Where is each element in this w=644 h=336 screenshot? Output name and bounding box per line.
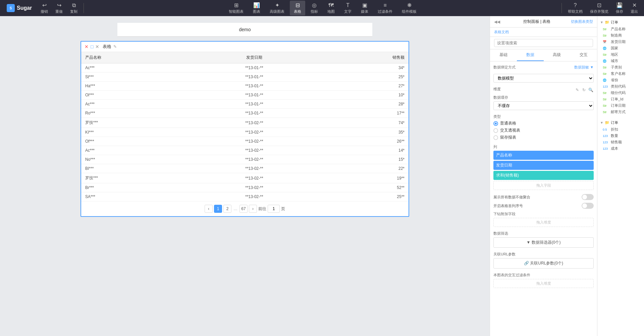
settings-search-input[interactable] bbox=[494, 39, 593, 47]
cell-sales: 25* bbox=[315, 73, 409, 82]
data-filter-button[interactable]: ▼ 数据筛选器(0个) bbox=[493, 237, 594, 248]
edit-dimension-icon[interactable]: ✎ bbox=[574, 87, 580, 93]
row-number-row: 开启表格首列序号 bbox=[493, 203, 594, 209]
type-normal[interactable]: 普通表格 bbox=[493, 121, 594, 126]
dim-province[interactable]: 🌐省份 bbox=[597, 77, 644, 83]
show-all-toggle[interactable] bbox=[582, 194, 594, 200]
help-button[interactable]: ? 帮助文档 bbox=[565, 1, 586, 15]
media-button[interactable]: ▣ 媒体 bbox=[357, 1, 372, 15]
refresh-dimension-icon[interactable]: ↻ bbox=[581, 87, 587, 93]
exit-button[interactable]: ✕ 退出 bbox=[627, 1, 641, 15]
component-button[interactable]: ❋ 组件模板 bbox=[398, 1, 421, 15]
data-cache-select[interactable]: 不缓存 bbox=[493, 101, 594, 110]
text-button[interactable]: T 文字 bbox=[340, 1, 356, 15]
copy-button[interactable]: ⧉ 复制 bbox=[67, 1, 81, 15]
table-doc-link[interactable]: 表格文档 bbox=[494, 30, 509, 34]
page-input[interactable] bbox=[268, 205, 280, 213]
page-prev-button[interactable]: ‹ bbox=[205, 205, 213, 213]
cell-product: Ac*** bbox=[81, 100, 194, 109]
url-params-section: 关联URL参数 🔗 关联URL参数(0个) bbox=[493, 252, 594, 269]
type-radio-group: 普通表格 交叉透视表 留存报表 bbox=[493, 121, 594, 140]
dim-mea-header: ▼ 📁 订单 bbox=[597, 119, 644, 126]
dim-sales[interactable]: 123销售额 bbox=[597, 139, 644, 145]
undo-button[interactable]: ↩ 撤销 bbox=[37, 1, 51, 15]
redo-button[interactable]: ↪ 重做 bbox=[52, 1, 66, 15]
right-panel-header: ◀◀ 控制面板 | 表格 切换图表类型 bbox=[490, 16, 597, 28]
preview-button[interactable]: ⊡ 保存并预览 bbox=[587, 1, 612, 15]
page-2-button[interactable]: 2 bbox=[223, 205, 231, 213]
data-binding-select[interactable]: 数据模型 bbox=[493, 74, 594, 83]
columns-label: 列 bbox=[493, 144, 594, 149]
page-next-button[interactable]: › bbox=[249, 205, 257, 213]
switch-chart-link[interactable]: 切换图表类型 bbox=[571, 19, 593, 24]
dim-discount[interactable]: 0.5折扣 bbox=[597, 126, 644, 133]
widget-header: ✕ □ ✕ 表格 ✎ bbox=[81, 42, 409, 52]
chart-button[interactable]: 📊 图表 bbox=[249, 1, 264, 15]
widget-copy-icon[interactable]: □ bbox=[91, 44, 93, 49]
cell-sales: 14* bbox=[315, 146, 409, 155]
advanced-chart-button[interactable]: ✦ 高级图表 bbox=[266, 1, 288, 15]
pagination: ‹ 1 2 … 67 › 前往 页 bbox=[81, 201, 409, 216]
tab-advanced[interactable]: 高级 bbox=[544, 49, 571, 61]
interaction-filter-section: 本图表的交互过滤条件 拖入维度 bbox=[493, 273, 594, 288]
page-67-button[interactable]: 67 bbox=[239, 205, 248, 213]
dim-customer-name[interactable]: Str客户名称 bbox=[597, 70, 644, 77]
cell-product: Ac*** bbox=[81, 146, 194, 155]
type-retention[interactable]: 留存报表 bbox=[493, 135, 594, 140]
dim-folder-icon: 📁 bbox=[605, 20, 609, 25]
table-row: Br*** **13-02-** 52** bbox=[81, 183, 409, 192]
smart-table-button[interactable]: ⊞ 智能图表 bbox=[225, 1, 248, 15]
row-number-toggle[interactable] bbox=[582, 203, 594, 209]
main-content: demo ✕ □ ✕ 表格 ✎ 产品名称 发货日期 销售额 Ac* bbox=[0, 16, 644, 336]
dim-product-name[interactable]: Str产品名称 bbox=[597, 26, 644, 32]
app-logo: S Sugar bbox=[3, 4, 36, 12]
dim-cost[interactable]: 123成本 bbox=[597, 145, 644, 152]
dim-region[interactable]: Str地区 bbox=[597, 51, 644, 58]
filter-button[interactable]: ≡ 过滤条件 bbox=[374, 1, 396, 15]
dim-category-code[interactable]: 123类别代码 bbox=[597, 83, 644, 90]
dim-segment-code[interactable]: Str细分代码 bbox=[597, 90, 644, 96]
cell-date: **13-01-** bbox=[194, 100, 315, 109]
dim-manufacturer[interactable]: Str制造商 bbox=[597, 32, 644, 39]
table-row: BI*** **13-02-** 22* bbox=[81, 164, 409, 173]
col-item-product[interactable]: 产品名称 bbox=[493, 151, 594, 160]
type-pivot[interactable]: 交叉透视表 bbox=[493, 128, 594, 133]
dim-subcategory[interactable]: Str子类别 bbox=[597, 64, 644, 70]
table-row: Of*** **13-02-** 26** bbox=[81, 137, 409, 146]
data-binding-row: 数据绑定方式 数据脱敏 ▼ bbox=[493, 65, 594, 71]
indicator-button[interactable]: ◎ 指标 bbox=[307, 1, 322, 15]
widget-settings-icon[interactable]: ✕ bbox=[95, 44, 99, 49]
dim-order-date[interactable]: Str订单日期 bbox=[597, 102, 644, 109]
cell-date: **13-02-** bbox=[194, 164, 315, 173]
table-button[interactable]: ⊟ 表格 bbox=[290, 1, 305, 15]
page-1-button[interactable]: 1 bbox=[214, 205, 222, 213]
right-actions: ? 帮助文档 ⊡ 保存并预览 💾 保存 ✕ 退出 bbox=[565, 1, 641, 15]
save-button[interactable]: 💾 保存 bbox=[612, 1, 627, 15]
map-button[interactable]: 🗺 地图 bbox=[323, 1, 339, 15]
dim-order-label: 订单 bbox=[611, 20, 618, 25]
text-icon: T bbox=[346, 2, 350, 8]
col-item-date[interactable]: 发货日期 bbox=[493, 161, 594, 170]
tab-data[interactable]: 数据 bbox=[517, 49, 544, 61]
dim-country[interactable]: 🌐国家 bbox=[597, 45, 644, 51]
col-item-sales[interactable]: 求和(销售额) bbox=[493, 171, 594, 180]
tab-basic[interactable]: 基础 bbox=[490, 49, 517, 61]
dim-arrow-icon: ▼ bbox=[600, 20, 603, 24]
url-params-button[interactable]: 🔗 关联URL参数(0个) bbox=[493, 258, 594, 269]
cell-product: St*** bbox=[81, 73, 194, 82]
cell-sales: 15* bbox=[315, 155, 409, 164]
dim-ship-method[interactable]: Str邮寄方式 bbox=[597, 109, 644, 115]
search-dimension-icon[interactable]: 🔍 bbox=[588, 87, 594, 93]
advanced-chart-icon: ✦ bbox=[275, 2, 279, 8]
dim-mea-arrow-icon: ▼ bbox=[600, 121, 603, 125]
dim-quantity[interactable]: 123数量 bbox=[597, 133, 644, 139]
widget-edit-icon[interactable]: ✎ bbox=[113, 44, 117, 49]
dim-city[interactable]: 🌐城市 bbox=[597, 58, 644, 64]
table-row: KI*** **13-02-** 35* bbox=[81, 128, 409, 137]
tab-interaction[interactable]: 交互 bbox=[570, 49, 597, 61]
cell-date: **13-02-** bbox=[194, 137, 315, 146]
widget-close-icon[interactable]: ✕ bbox=[85, 44, 89, 49]
dim-order-id[interactable]: Str订单_Id bbox=[597, 96, 644, 102]
panel-collapse-icon[interactable]: ◀◀ bbox=[494, 19, 500, 24]
dim-ship-date[interactable]: 📅发货日期 bbox=[597, 39, 644, 45]
